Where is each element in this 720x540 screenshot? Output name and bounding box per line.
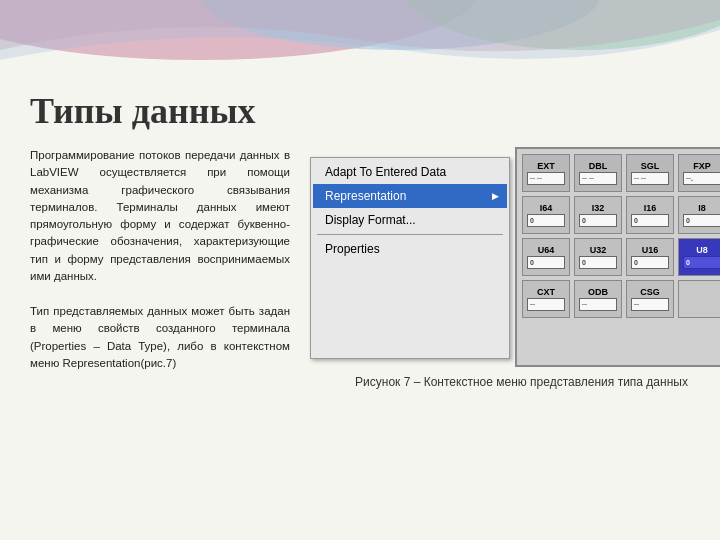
paragraph-1: Программирование потоков передачи данных… bbox=[30, 147, 290, 285]
data-type-csg[interactable]: CSG ─ bbox=[626, 280, 674, 318]
menu-item-properties[interactable]: Properties bbox=[313, 237, 507, 261]
menu-item-representation[interactable]: Representation bbox=[313, 184, 507, 208]
data-type-fxp[interactable]: FXP ─. bbox=[678, 154, 720, 192]
context-menu: Adapt To Entered Data Representation Dis… bbox=[310, 157, 510, 359]
menu-item-adapt[interactable]: Adapt To Entered Data bbox=[313, 160, 507, 184]
content-area: Типы данных Программирование потоков пер… bbox=[0, 80, 720, 540]
data-type-sgl[interactable]: SGL ─ ─ bbox=[626, 154, 674, 192]
data-type-u64[interactable]: U64 0 bbox=[522, 238, 570, 276]
data-type-i16[interactable]: I16 0 bbox=[626, 196, 674, 234]
paragraph-2: Тип представляемых данных может быть зад… bbox=[30, 303, 290, 372]
data-type-u8[interactable]: U8 0 bbox=[678, 238, 720, 276]
data-type-i64[interactable]: I64 0 bbox=[522, 196, 570, 234]
figure-caption: Рисунок 7 – Контекстное меню представлен… bbox=[355, 375, 688, 389]
data-type-dbl[interactable]: DBL ─ ─ bbox=[574, 154, 622, 192]
data-types-grid: EXT ─ ─ DBL ─ ─ SGL ─ ─ bbox=[515, 147, 720, 367]
data-type-odb[interactable]: ODB ─ bbox=[574, 280, 622, 318]
data-type-u16[interactable]: U16 0 bbox=[626, 238, 674, 276]
data-type-ext[interactable]: EXT ─ ─ bbox=[522, 154, 570, 192]
menu-item-display-format[interactable]: Display Format... bbox=[313, 208, 507, 232]
data-type-i32[interactable]: I32 0 bbox=[574, 196, 622, 234]
data-type-empty bbox=[678, 280, 720, 318]
data-type-cxt[interactable]: CXT ─ bbox=[522, 280, 570, 318]
main-content: Программирование потоков передачи данных… bbox=[30, 147, 690, 520]
left-column: Программирование потоков передачи данных… bbox=[30, 147, 290, 520]
page-title: Типы данных bbox=[30, 90, 690, 132]
data-type-i8[interactable]: I8 0 bbox=[678, 196, 720, 234]
menu-divider bbox=[317, 234, 503, 235]
data-type-u32[interactable]: U32 0 bbox=[574, 238, 622, 276]
right-column: Adapt To Entered Data Representation Dis… bbox=[310, 147, 720, 520]
top-decoration bbox=[0, 0, 720, 80]
context-menu-wrapper: Adapt To Entered Data Representation Dis… bbox=[310, 147, 720, 367]
